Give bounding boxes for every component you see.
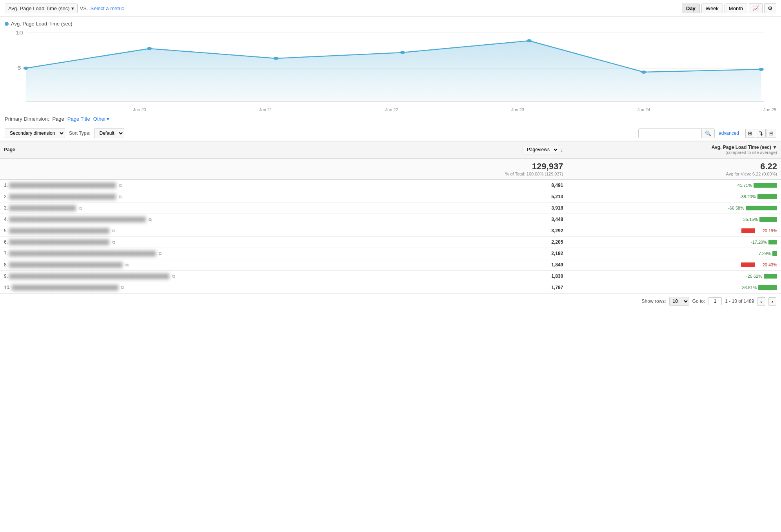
primary-dimension-bar: Primary Dimension: Page Page Title Other… (0, 112, 781, 126)
search-button[interactable]: 🔍 (701, 129, 714, 138)
row-8-load: 20.43% (567, 259, 781, 271)
copy-icon[interactable]: ⧉ (121, 285, 124, 290)
select-metric-link[interactable]: Select a metric (91, 5, 124, 11)
view-icons: ⊞ ⇅ ⊟ (745, 129, 776, 138)
sort-type-label: Sort Type: (69, 130, 90, 136)
day-button[interactable]: Day (682, 4, 700, 13)
chart-area: Avg. Page Load Time (sec) 10 5 (0, 17, 781, 112)
row-5-pageviews: 3,292 (430, 225, 567, 237)
pageviews-select[interactable]: Pageviews (523, 145, 559, 154)
summary-load: 6.22 Avg for View: 6.22 (0.00%) (567, 158, 781, 179)
pivot-view-button[interactable]: ⊟ (766, 129, 776, 138)
show-rows-select[interactable]: 10 25 50 100 500 (669, 297, 689, 306)
row-6-pageviews: 2,205 (430, 237, 567, 248)
row-9-pageviews: 1,830 (430, 271, 567, 282)
copy-icon[interactable]: ⧉ (79, 206, 82, 210)
month-button[interactable]: Month (725, 4, 747, 13)
summary-pageviews: 129,937 % of Total: 100.00% (129,937) (430, 158, 567, 179)
row-1-pageviews: 8,491 (430, 179, 567, 191)
x-label-jun22: Jun 22 (385, 107, 398, 112)
table-row: 7. █████████████████████████████████████… (0, 248, 781, 259)
svg-text:5: 5 (17, 65, 21, 71)
row-4-pageviews: 3,448 (430, 214, 567, 225)
row-3-page: 3. ████████████████████ ⧉ (0, 203, 430, 214)
row-2-load: -38.20% (567, 191, 781, 203)
sort-type-select[interactable]: Default (94, 128, 124, 138)
table-row: 10. ████████████████████████████████ ⧉ 1… (0, 282, 781, 293)
dimension-other[interactable]: Other ▾ (93, 116, 110, 122)
row-6-page: 6. ██████████████████████████████ ⧉ (0, 237, 430, 248)
load-col-sub: (compared to site average) (571, 150, 777, 155)
row-8-pageviews: 1,849 (430, 259, 567, 271)
vs-label: VS. (80, 5, 88, 11)
x-label-jun25: Jun 25 (763, 107, 776, 112)
goto-input[interactable] (708, 297, 722, 305)
row-2-page: 2. ████████████████████████████████ ⧉ (0, 191, 430, 203)
svg-text:10: 10 (15, 30, 24, 35)
table-row: 6. ██████████████████████████████ ⧉ 2,20… (0, 237, 781, 248)
top-bar: Avg. Page Load Time (sec) ▾ VS. Select a… (0, 0, 781, 17)
copy-icon[interactable]: ⧉ (159, 251, 162, 256)
copy-icon[interactable]: ⧉ (119, 194, 122, 199)
row-7-pageviews: 2,192 (430, 248, 567, 259)
copy-icon[interactable]: ⧉ (172, 274, 175, 279)
chart-svg: 10 5 (5, 29, 776, 107)
copy-icon[interactable]: ⧉ (112, 228, 115, 233)
grid-view-button[interactable]: ⊞ (745, 129, 755, 138)
prev-page-button[interactable]: ‹ (757, 297, 765, 306)
row-7-page: 7. █████████████████████████████████████… (0, 248, 430, 259)
table-row: 5. ██████████████████████████████ ⧉ 3,29… (0, 225, 781, 237)
comparison-view-button[interactable]: ⇅ (756, 129, 766, 138)
advanced-link[interactable]: advanced (719, 130, 739, 136)
pageviews-sort-icon[interactable]: ↓ (561, 147, 563, 153)
x-label-jun23: Jun 23 (511, 107, 524, 112)
table-row: 3. ████████████████████ ⧉ 3,918 -66.58% (0, 203, 781, 214)
row-10-pageviews: 1,797 (430, 282, 567, 293)
x-label-dots: ... (16, 107, 20, 112)
line-chart-button[interactable]: 📈 (749, 3, 763, 13)
dimension-page-title[interactable]: Page Title (67, 116, 90, 122)
x-label-jun24: Jun 24 (637, 107, 650, 112)
pie-chart-button[interactable]: ⚙ (764, 3, 776, 13)
search-input[interactable] (639, 129, 701, 138)
row-1-page: 1. ████████████████████████████████ ⧉ (0, 179, 430, 191)
metric-dropdown[interactable]: Avg. Page Load Time (sec) ▾ (5, 4, 78, 13)
svg-point-7 (274, 57, 278, 60)
metric-label: Avg. Page Load Time (sec) (8, 5, 70, 11)
row-2-pageviews: 5,213 (430, 191, 567, 203)
copy-icon[interactable]: ⧉ (119, 183, 122, 188)
copy-icon[interactable]: ⧉ (112, 240, 115, 244)
summary-empty (0, 158, 430, 179)
row-10-load: -36.81% (567, 282, 781, 293)
pagination-bar: Show rows: 10 25 50 100 500 Go to: 1 - 1… (0, 293, 781, 309)
other-label: Other (93, 116, 106, 122)
table-row: 9. █████████████████████████████████████… (0, 271, 781, 282)
row-10-page: 10. ████████████████████████████████ ⧉ (0, 282, 430, 293)
table-row: 4. █████████████████████████████████████… (0, 214, 781, 225)
search-box: 🔍 (638, 128, 715, 138)
col-header-load: Avg. Page Load Time (sec) ▼ (compared to… (567, 141, 781, 159)
other-dropdown-icon: ▾ (107, 116, 109, 122)
svg-point-6 (147, 47, 152, 50)
goto-label: Go to: (692, 299, 705, 304)
secondary-dimension-select[interactable]: Secondary dimension (5, 128, 65, 138)
row-7-load: -7.29% (567, 248, 781, 259)
next-page-button[interactable]: › (768, 297, 776, 306)
table-row: 8. ██████████████████████████████████ ⧉ … (0, 259, 781, 271)
load-col-label: Avg. Page Load Time (sec) ▼ (571, 145, 777, 150)
show-rows-label: Show rows: (642, 299, 666, 304)
chart-x-labels: ... Jun 20 Jun 21 Jun 22 Jun 23 Jun 24 J… (5, 107, 776, 112)
dimension-page[interactable]: Page (52, 116, 64, 122)
row-8-page: 8. ██████████████████████████████████ ⧉ (0, 259, 430, 271)
chart-legend: Avg. Page Load Time (sec) (5, 21, 776, 27)
col-header-pageviews: Pageviews ↓ (430, 141, 567, 159)
dropdown-arrow-icon: ▾ (71, 5, 74, 11)
page-range: 1 - 10 of 1489 (725, 299, 754, 304)
week-button[interactable]: Week (701, 4, 723, 13)
legend-dot (5, 22, 9, 26)
secondary-controls: Secondary dimension Sort Type: Default 🔍… (0, 126, 781, 141)
copy-icon[interactable]: ⧉ (125, 262, 129, 267)
row-6-load: -17.20% (567, 237, 781, 248)
copy-icon[interactable]: ⧉ (149, 217, 152, 222)
x-label-jun21: Jun 21 (259, 107, 272, 112)
